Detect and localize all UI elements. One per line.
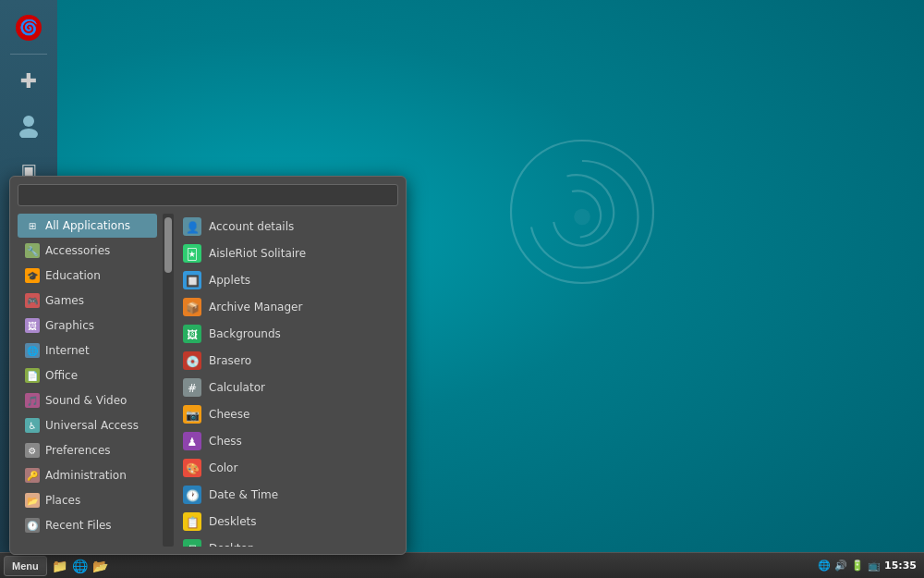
svg-text:👤: 👤 [186,220,200,234]
network-tray-icon[interactable]: 🌐 [818,560,831,572]
category-item-education[interactable]: 🎓 Education [18,264,157,288]
category-item-sound-video[interactable]: 🎵 Sound & Video [18,388,157,412]
app-item-aisleriot[interactable]: 🃏 AisleRiot Solitaire [176,240,398,266]
svg-text:🎵: 🎵 [27,395,39,407]
user-sidebar-icon[interactable] [8,105,49,145]
category-item-accessories[interactable]: 🔧 Accessories [18,239,157,263]
svg-text:⊞: ⊞ [29,221,36,231]
app-menu: ⊞ All Applications 🔧 Accessories 🎓 Educa… [9,176,407,555]
svg-text:🕐: 🕐 [27,520,39,532]
app-item-backgrounds[interactable]: 🖼 Backgrounds [176,321,398,347]
desktop: 🌀 ✚ ▣ ⬇ ▶ 📱 ⊞ All Applications 🔧 [0,0,924,578]
category-label-internet: Internet [45,344,90,357]
app-label-backgrounds: Backgrounds [209,327,281,340]
app-item-brasero[interactable]: 💿 Brasero [176,348,398,374]
app-label-cheese: Cheese [209,408,249,421]
app-item-account-details[interactable]: 👤 Account details [176,214,398,240]
category-icon-graphics: 🖼 [25,318,40,333]
app-label-desklets: Desklets [209,515,257,528]
category-label-universal-access: Universal Access [45,419,139,432]
app-label-calculator: Calculator [209,381,265,394]
category-item-universal-access[interactable]: ♿ Universal Access [18,413,157,437]
app-label-color: Color [209,461,237,474]
app-item-desklets[interactable]: 📋 Desklets [176,509,398,535]
taskbar-menu-button[interactable]: Menu [4,556,47,576]
app-label-desktop: Desktop [209,542,255,547]
svg-text:💿: 💿 [186,354,200,368]
app-item-color[interactable]: 🎨 Color [176,455,398,481]
taskbar-terminal-icon[interactable]: 📂 [91,557,110,575]
category-item-graphics[interactable]: 🖼 Graphics [18,314,157,338]
svg-text:📦: 📦 [186,301,200,314]
app-label-archive-manager: Archive Manager [209,301,302,314]
app-icon-color: 🎨 [183,459,201,477]
app-icon-account-details: 👤 [183,217,201,236]
category-icon-accessories: 🔧 [25,243,40,258]
category-icon-education: 🎓 [25,268,40,283]
category-item-administration[interactable]: 🔑 Administration [18,463,157,487]
category-item-preferences[interactable]: ⚙ Preferences [18,438,157,462]
category-icon-all: ⊞ [25,218,40,233]
app-item-applets[interactable]: 🔲 Applets [176,267,398,293]
debian-logo-icon[interactable]: 🌀 [8,7,49,48]
menu-scrollbar[interactable] [163,214,174,547]
svg-text:📄: 📄 [27,370,39,382]
category-label-education: Education [45,269,101,282]
category-label-games: Games [45,294,84,307]
svg-text:🖥: 🖥 [187,543,198,547]
category-item-office[interactable]: 📄 Office [18,363,157,387]
category-item-recent-files[interactable]: 🕐 Recent Files [18,513,157,537]
category-label-administration: Administration [45,469,127,482]
svg-text:#: # [188,382,197,395]
taskbar-app-icons: 📁 🌐 📂 [51,557,110,575]
screen-tray-icon[interactable]: 📺 [868,560,881,572]
app-icon-cheese: 📷 [183,405,201,424]
svg-point-4 [19,129,38,138]
app-icon-aisleriot: 🃏 [183,244,201,263]
app-label-applets: Applets [209,274,250,287]
audio-tray-icon[interactable]: 🔊 [834,560,847,572]
app-icon-date-time: 🕐 [183,486,201,504]
settings-sidebar-icon[interactable]: ✚ [8,60,49,101]
category-item-all[interactable]: ⊞ All Applications [18,214,157,238]
svg-text:🌀: 🌀 [19,18,38,36]
app-icon-chess: ♟ [183,432,201,450]
category-icon-games: 🎮 [25,293,40,308]
app-item-chess[interactable]: ♟ Chess [176,428,398,454]
app-icon-brasero: 💿 [183,351,201,370]
app-item-archive-manager[interactable]: 📦 Archive Manager [176,294,398,320]
category-label-preferences: Preferences [45,444,111,457]
app-search-input[interactable] [18,184,398,206]
category-item-internet[interactable]: 🌐 Internet [18,338,157,363]
category-icon-administration: 🔑 [25,468,40,483]
app-item-date-time[interactable]: 🕐 Date & Time [176,482,398,508]
category-item-places[interactable]: 📂 Places [18,488,157,512]
category-label-sound-video: Sound & Video [45,394,127,407]
svg-text:🎮: 🎮 [27,295,39,307]
category-label-recent-files: Recent Files [45,519,112,532]
app-item-calculator[interactable]: # Calculator [176,375,398,400]
category-label-all: All Applications [45,219,130,232]
taskbar-system-tray: 🌐 🔊 🔋 📺 15:35 [818,560,924,572]
taskbar-browser-icon[interactable]: 🌐 [71,557,90,575]
app-label-aisleriot: AisleRiot Solitaire [209,247,306,260]
app-icon-calculator: # [183,378,201,397]
category-icon-office: 📄 [25,368,40,383]
svg-text:🔲: 🔲 [186,274,200,288]
taskbar-filemanager-icon[interactable]: 📁 [51,557,69,575]
category-item-games[interactable]: 🎮 Games [18,289,157,313]
svg-text:♟: ♟ [188,436,198,449]
app-item-desktop[interactable]: 🖥 Desktop [176,535,398,547]
app-label-account-details: Account details [209,220,294,233]
taskbar: Menu 📁 🌐 📂 🌐 🔊 🔋 📺 15:35 [0,552,924,578]
svg-text:🔑: 🔑 [27,470,39,482]
battery-tray-icon[interactable]: 🔋 [851,560,864,572]
category-icon-recent-files: 🕐 [25,518,40,533]
app-item-cheese[interactable]: 📷 Cheese [176,401,398,427]
category-label-places: Places [45,494,80,507]
svg-text:🖼: 🖼 [28,321,37,331]
category-label-accessories: Accessories [45,244,110,257]
svg-text:🎓: 🎓 [27,270,39,282]
svg-text:🎨: 🎨 [186,461,200,475]
category-label-graphics: Graphics [45,319,94,332]
